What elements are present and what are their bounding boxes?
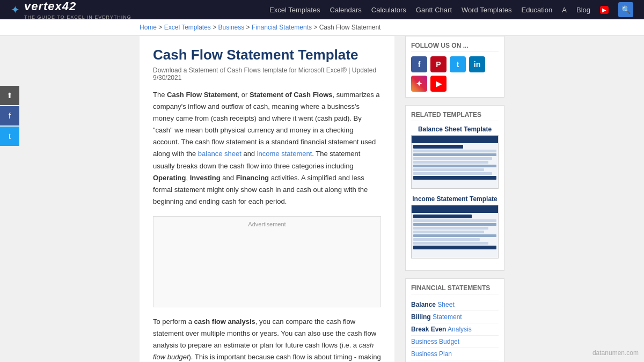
social-follow-title: FOLLOW US ON ...	[411, 42, 499, 52]
fin-link-break-even[interactable]: Break Even Analysis	[411, 326, 472, 333]
twitter-follow-icon[interactable]: t	[450, 56, 466, 72]
watermark: datanumen.com	[592, 349, 639, 357]
fin-item-business-budget: Business Budget	[411, 336, 499, 348]
search-button[interactable]: 🔍	[618, 2, 633, 17]
term-investing: Investing	[190, 174, 221, 182]
breadcrumb-business[interactable]: Business	[218, 24, 245, 31]
share-button[interactable]: ⬆	[0, 86, 19, 105]
term-operating: Operating	[153, 174, 186, 182]
logo-text-wrap: vertex42 The guide to excel in everythin…	[24, 0, 131, 20]
twitter-share-button[interactable]: t	[0, 127, 19, 146]
fin-item-business-plan: Business Plan	[411, 348, 499, 360]
nav-blog[interactable]: Blog	[576, 6, 590, 14]
facebook-icon: f	[9, 112, 11, 120]
related-template-income-statement-thumb	[411, 205, 499, 258]
subtitle-text: Download a Statement of Cash Flows templ…	[153, 67, 347, 74]
site-logo[interactable]: ✦ vertex42 The guide to excel in everyth…	[11, 0, 131, 20]
nav-calendars[interactable]: Calendars	[330, 6, 362, 14]
facebook-share-button[interactable]: f	[0, 106, 19, 125]
fin-link-billing-statement[interactable]: Billing Statement	[411, 313, 462, 321]
logo-name: vertex42	[24, 0, 131, 13]
breadcrumb-sep2: >	[213, 24, 218, 31]
fin-link-business-plan[interactable]: Business Plan	[411, 350, 452, 358]
share-icon: ⬆	[6, 91, 13, 100]
related-template-balance-sheet-thumb	[411, 135, 499, 189]
breadcrumb-sep1: >	[158, 24, 164, 31]
main-layout: Cash Flow Statement Template Download a …	[0, 36, 644, 362]
logo-subtitle: The guide to excel in everything	[24, 14, 131, 20]
related-templates-title: RELATED TEMPLATES	[411, 111, 499, 121]
financial-statements-box: FINANCIAL STATEMENTS Balance Sheet Billi…	[405, 278, 504, 362]
breadcrumb-financial-statements[interactable]: Financial Statements	[252, 24, 312, 31]
social-follow-box: FOLLOW US ON ... f P t in ✦ ▶	[405, 36, 504, 98]
main-nav: Excel Templates Calendars Calculators Ga…	[269, 2, 633, 17]
fin-link-balance-sheet[interactable]: Balance Sheet	[411, 301, 455, 308]
site-header: ✦ vertex42 The guide to excel in everyth…	[0, 0, 644, 19]
related-template-balance-sheet[interactable]: Balance Sheet Template	[411, 125, 499, 189]
right-sidebar: FOLLOW US ON ... f P t in ✦ ▶ RELATED TE…	[405, 36, 504, 362]
breadcrumb-current: Cash Flow Statement	[319, 24, 381, 31]
instagram-follow-icon[interactable]: ✦	[411, 76, 427, 92]
advertisement-box: Advertisement	[153, 216, 381, 307]
nav-word-templates[interactable]: Word Templates	[462, 6, 511, 14]
breadcrumb-home[interactable]: Home	[140, 24, 157, 31]
page-subtitle: Download a Statement of Cash Flows templ…	[153, 67, 381, 82]
nav-calculators[interactable]: Calculators	[371, 6, 406, 14]
breadcrumb-sep4: >	[313, 24, 319, 31]
link-income-statement[interactable]: income statement	[257, 150, 312, 158]
fin-item-billing-statement: Billing Statement	[411, 311, 499, 323]
body-paragraph-1: To perform a cash flow analysis, you can…	[153, 316, 381, 362]
financial-statements-title: FINANCIAL STATEMENTS	[411, 284, 499, 294]
related-templates-box: RELATED TEMPLATES Balance Sheet Template	[405, 105, 504, 271]
term-cash-flow-budget: cash flow budget	[153, 341, 374, 361]
social-icons-group: f P t in ✦ ▶	[411, 56, 499, 92]
link-balance-sheet[interactable]: balance sheet	[198, 150, 241, 158]
linkedin-follow-icon[interactable]: in	[469, 56, 485, 72]
youtube-icon[interactable]: ▶	[600, 6, 609, 14]
left-social-sidebar: ⬆ f t	[0, 86, 19, 146]
breadcrumb-sep3: >	[246, 24, 252, 31]
term-financing: Financing	[236, 174, 269, 182]
breadcrumb-excel-templates[interactable]: Excel Templates	[164, 24, 211, 31]
page-title: Cash Flow Statement Template	[153, 47, 381, 63]
youtube-follow-icon[interactable]: ▶	[430, 76, 447, 92]
breadcrumb: Home > Excel Templates > Business > Fina…	[0, 19, 644, 36]
related-template-income-statement[interactable]: Income Statement Template	[411, 195, 499, 258]
nav-excel-templates[interactable]: Excel Templates	[269, 6, 320, 14]
pinterest-follow-icon[interactable]: P	[430, 56, 447, 72]
intro-paragraph: The Cash Flow Statement, or Statement of…	[153, 89, 381, 208]
fin-item-break-even: Break Even Analysis	[411, 323, 499, 336]
fin-item-balance-sheet: Balance Sheet	[411, 299, 499, 311]
nav-gantt-chart[interactable]: Gantt Chart	[416, 6, 452, 14]
financial-statements-list: Balance Sheet Billing Statement Break Ev…	[411, 299, 499, 362]
nav-education[interactable]: Education	[521, 6, 552, 14]
term-cash-flow-analysis: cash flow analysis	[194, 317, 255, 326]
term-statement-of-cash-flows: Statement of Cash Flows	[250, 91, 333, 99]
term-cash-flow-statement: Cash Flow Statement	[167, 91, 237, 99]
main-content: Cash Flow Statement Template Download a …	[140, 36, 394, 362]
facebook-follow-icon[interactable]: f	[411, 56, 427, 72]
logo-icon: ✦	[11, 3, 20, 16]
related-template-income-statement-title: Income Statement Template	[411, 195, 499, 203]
ad-label: Advertisement	[248, 221, 286, 227]
fin-link-business-budget[interactable]: Business Budget	[411, 338, 459, 345]
twitter-icon: t	[9, 132, 11, 141]
nav-font[interactable]: A	[562, 6, 567, 14]
related-template-balance-sheet-title: Balance Sheet Template	[411, 125, 499, 133]
